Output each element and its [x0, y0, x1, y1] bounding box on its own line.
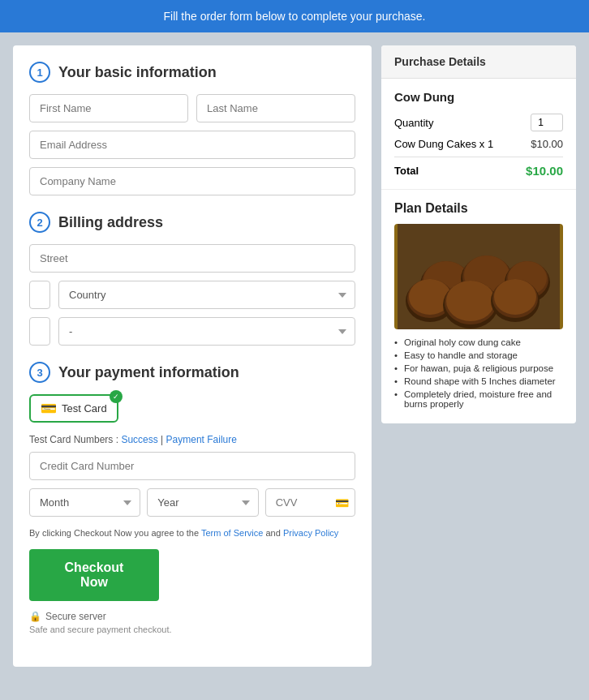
svg-point-15 [446, 281, 495, 321]
banner-text: Fill the order form below to complete yo… [164, 10, 426, 23]
purchase-details-body: Cow Dung Quantity Cow Dung Cakes x 1 $10… [381, 79, 576, 189]
right-panel: Purchase Details Cow Dung Quantity Cow D… [381, 45, 576, 423]
secure-info: 🔒 Secure server [29, 611, 355, 622]
left-panel: 1 Your basic information 2 Billi [13, 45, 372, 667]
year-select[interactable]: Year [147, 488, 258, 517]
section2-number: 2 [29, 212, 50, 233]
section-billing: 2 Billing address Country - [29, 212, 355, 346]
total-price: $10.00 [526, 164, 563, 178]
plan-features: Original holy cow dung cake Easy to hand… [394, 337, 563, 409]
total-row: Total $10.00 [394, 157, 563, 178]
check-badge: ✓ [110, 390, 123, 403]
section1-header: 1 Your basic information [29, 62, 355, 83]
first-name-input[interactable] [29, 94, 188, 122]
credit-card-input[interactable] [29, 452, 355, 480]
terms-and: and [265, 528, 282, 538]
tos-link[interactable]: Term of Service [201, 528, 263, 538]
feature-4: Round shape with 5 Inches diameter [394, 376, 563, 386]
zip-input[interactable] [29, 317, 50, 346]
feature-3: For hawan, puja & religious purpose [394, 363, 563, 373]
cvv-wrapper: 💳 [265, 488, 355, 517]
failure-link[interactable]: Payment Failure [166, 434, 237, 445]
section2-title: Billing address [58, 214, 163, 231]
card-icon: 💳 [41, 401, 57, 416]
quantity-label: Quantity [394, 117, 433, 129]
section2-header: 2 Billing address [29, 212, 355, 233]
checkout-button[interactable]: Checkout Now [29, 549, 159, 601]
quantity-input[interactable] [531, 114, 563, 131]
email-input[interactable] [29, 131, 355, 159]
feature-2: Easy to handle and storage [394, 350, 563, 360]
credit-card-back-icon: 💳 [335, 496, 349, 509]
item-label: Cow Dung Cakes x 1 [394, 138, 493, 150]
plan-details-section: Plan Details [381, 189, 576, 423]
svg-point-18 [494, 279, 536, 315]
feature-5: Completely dried, moisture free and burn… [394, 389, 563, 409]
state-select[interactable]: - [58, 317, 355, 346]
success-link[interactable]: Success [121, 434, 157, 445]
secure-server-text: Secure server [45, 611, 106, 622]
privacy-link[interactable]: Privacy Policy [283, 528, 338, 538]
city-input[interactable] [29, 281, 50, 309]
terms-text: By clicking Checkout Now you agree to th… [29, 528, 355, 538]
city-country-row: Country [29, 281, 355, 309]
country-select[interactable]: Country [58, 281, 355, 309]
total-label: Total [394, 165, 419, 177]
section-basic-info: 1 Your basic information [29, 62, 355, 195]
secure-subtext: Safe and secure payment checkout. [29, 625, 355, 634]
top-banner: Fill the order form below to complete yo… [0, 0, 589, 32]
credit-card-group [29, 452, 355, 480]
section1-number: 1 [29, 62, 50, 83]
cvv-row: Month Year 💳 [29, 488, 355, 517]
plan-details-title: Plan Details [394, 201, 563, 216]
card-label: Test Card [62, 402, 107, 414]
item-price: $10.00 [531, 138, 563, 150]
terms-prefix: By clicking Checkout Now you agree to th… [29, 528, 201, 538]
section1-title: Your basic information [58, 64, 217, 81]
feature-1: Original holy cow dung cake [394, 337, 563, 347]
section3-title: Your payment information [58, 364, 239, 381]
company-group [29, 167, 355, 195]
product-name: Cow Dung [394, 90, 563, 104]
product-image [394, 224, 563, 329]
street-group [29, 244, 355, 273]
street-input[interactable] [29, 244, 355, 273]
test-card-prefix: Test Card Numbers : [29, 434, 121, 445]
lock-icon: 🔒 [29, 611, 41, 622]
purchase-details-header: Purchase Details [381, 45, 576, 79]
company-input[interactable] [29, 167, 355, 195]
item-price-row: Cow Dung Cakes x 1 $10.00 [394, 138, 563, 150]
section3-header: 3 Your payment information [29, 362, 355, 383]
last-name-input[interactable] [196, 94, 355, 122]
section3-number: 3 [29, 362, 50, 383]
test-card-info: Test Card Numbers : Success | Payment Fa… [29, 434, 355, 445]
zip-state-row: - [29, 317, 355, 346]
payment-methods: 💳 Test Card ✓ [29, 394, 355, 423]
name-row [29, 94, 355, 122]
quantity-row: Quantity [394, 114, 563, 131]
month-select[interactable]: Month [29, 488, 140, 517]
section-payment: 3 Your payment information 💳 Test Card ✓… [29, 362, 355, 634]
card-payment-btn[interactable]: 💳 Test Card ✓ [29, 394, 118, 423]
email-group [29, 131, 355, 159]
